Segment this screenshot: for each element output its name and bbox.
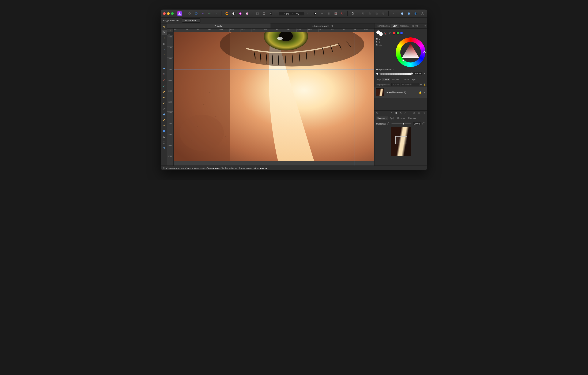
panel-tab-channels[interactable]: Каналы	[407, 116, 417, 120]
panel-tab-swatches[interactable]: Образцы	[399, 24, 410, 28]
persona-liquify-icon[interactable]	[194, 11, 199, 16]
crop-tool-icon[interactable]	[162, 41, 167, 46]
blend-mode-select[interactable]: Обычный	[401, 83, 419, 86]
inpaint-tool-icon[interactable]	[162, 100, 167, 105]
settings-button[interactable]: Установки...	[182, 18, 200, 23]
marquee-icon[interactable]	[255, 11, 260, 16]
gradient-tool-icon[interactable]	[162, 72, 167, 77]
dropdown-caret-icon[interactable]	[320, 11, 325, 16]
document-tab[interactable]: 2.jpg [И]	[167, 23, 271, 28]
panel-tab-color[interactable]: Цвет	[391, 24, 399, 28]
clone-tool-icon[interactable]	[162, 95, 167, 99]
magic-wand-tool-icon[interactable]	[162, 53, 167, 58]
layer-settings-icon[interactable]: ⚙	[420, 84, 422, 86]
quickmask-icon[interactable]	[313, 11, 318, 16]
view-dark-icon[interactable]	[413, 11, 418, 16]
crop-diag-icon[interactable]	[262, 11, 267, 16]
paintbrush-tool-icon[interactable]	[162, 77, 167, 82]
layer-opacity-value[interactable]: 100 %	[391, 83, 400, 86]
adjust-lab-icon[interactable]	[245, 11, 250, 16]
close-window-button[interactable]	[163, 12, 166, 15]
color-chip-green[interactable]	[396, 32, 399, 34]
zoom-tool-icon[interactable]	[162, 146, 167, 151]
fx-icon[interactable]: fx	[400, 112, 402, 114]
clipboard-icon[interactable]	[350, 11, 355, 16]
eyedropper-mini-icon[interactable]	[388, 32, 391, 35]
text-tool-icon[interactable]: A	[162, 134, 167, 140]
eraser-tool-icon[interactable]	[162, 89, 167, 94]
panel-tab-layers[interactable]: Слои	[382, 78, 390, 81]
add-layer-icon[interactable]	[418, 111, 421, 115]
panel-tab-navigator[interactable]: Навигатор	[376, 116, 388, 120]
trash-icon[interactable]	[423, 111, 426, 115]
arrange-front-icon[interactable]	[381, 11, 386, 16]
eyedropper-tool-icon[interactable]	[162, 36, 167, 41]
shape-tool-icon[interactable]	[162, 129, 167, 134]
navigator-preview[interactable]	[391, 127, 411, 156]
marquee-tool-icon[interactable]	[162, 59, 167, 64]
panel-tab-effects[interactable]: Эффект	[390, 78, 401, 81]
persona-photo-icon[interactable]	[187, 11, 192, 16]
snap-magnet-icon[interactable]	[340, 11, 345, 16]
adjust-color-wheel-icon[interactable]	[224, 11, 229, 16]
opacity-slider[interactable]	[379, 73, 412, 75]
zoom-slider[interactable]	[391, 123, 411, 124]
blur-tool-icon[interactable]	[162, 112, 167, 117]
grid-icon[interactable]	[326, 11, 331, 16]
ruler-origin-icon[interactable]	[167, 29, 174, 32]
horizontal-ruler[interactable]: 6007008009001000110012001300140015001600…	[174, 29, 374, 32]
healing-tool-icon[interactable]	[162, 117, 167, 122]
panel-tab-adjust[interactable]: Кор	[376, 78, 382, 81]
guide-vertical[interactable]	[246, 32, 246, 165]
selection-brush-tool-icon[interactable]	[162, 47, 167, 52]
adjustment-icon[interactable]	[395, 111, 398, 115]
panel-tab-history[interactable]: История	[396, 116, 407, 120]
visible-checkbox[interactable]: ✔	[423, 91, 425, 94]
mixer-brush-tool-icon[interactable]	[162, 83, 167, 88]
color-chip-red[interactable]	[393, 32, 395, 34]
mask-icon[interactable]	[390, 111, 393, 115]
arrange-backward-icon[interactable]	[367, 11, 372, 16]
vertical-ruler[interactable]: 1600170018001900200021002200230024002500…	[167, 35, 174, 165]
arrange-forward-icon[interactable]	[374, 11, 379, 16]
panel-tab-histogram[interactable]: Гистограмма	[376, 24, 391, 28]
flood-fill-tool-icon[interactable]	[162, 66, 167, 71]
opacity-dropdown-icon[interactable]: ▾	[423, 73, 425, 75]
pen-tool-icon[interactable]	[162, 123, 167, 128]
opacity-value[interactable]: 100 %	[414, 72, 422, 75]
levels-icon[interactable]	[268, 11, 273, 16]
panel-menu-icon[interactable]: ≡	[425, 25, 426, 27]
color-swatch-pair[interactable]	[376, 30, 383, 36]
navigator-viewport[interactable]	[395, 136, 407, 144]
align-icon[interactable]	[391, 11, 396, 16]
minimize-window-button[interactable]	[167, 12, 170, 15]
no-color-icon[interactable]	[384, 32, 387, 35]
clip-icon[interactable]	[404, 111, 407, 115]
guide-horizontal[interactable]	[174, 69, 374, 70]
hand-tool-icon[interactable]	[162, 24, 167, 29]
panel-tab-transform[interactable]: Трф	[389, 116, 395, 120]
arrange-back-icon[interactable]	[360, 11, 366, 16]
move-tool-icon[interactable]	[162, 30, 167, 35]
panel-tab-styles[interactable]: Стили	[401, 78, 410, 81]
color-chip-blue[interactable]	[400, 32, 403, 34]
layer-lock-icon[interactable]: 🔒	[423, 84, 426, 86]
canvas[interactable]	[174, 32, 374, 165]
mesh-tool-icon[interactable]	[162, 140, 167, 145]
adjust-bw-icon[interactable]	[231, 11, 236, 16]
zoom-in-button[interactable]: +	[422, 122, 425, 125]
view-spread-icon[interactable]	[406, 11, 411, 16]
group-icon[interactable]	[413, 111, 416, 115]
maximize-window-button[interactable]	[171, 12, 174, 15]
dodge-tool-icon[interactable]	[162, 106, 167, 111]
panel-tab-stock[interactable]: Хрщ	[410, 78, 417, 81]
adjust-spectrum-icon[interactable]	[238, 11, 243, 16]
zoom-value[interactable]: 100 %	[413, 122, 421, 125]
persona-develop-icon[interactable]	[200, 11, 206, 16]
color-wheel[interactable]	[396, 37, 425, 67]
zoom-out-button[interactable]: −	[387, 122, 390, 125]
layer-fx-stack-icon[interactable]	[376, 111, 379, 115]
persona-tone-icon[interactable]	[207, 11, 212, 16]
persona-export-icon[interactable]	[214, 11, 219, 16]
guides-icon[interactable]	[333, 11, 338, 16]
